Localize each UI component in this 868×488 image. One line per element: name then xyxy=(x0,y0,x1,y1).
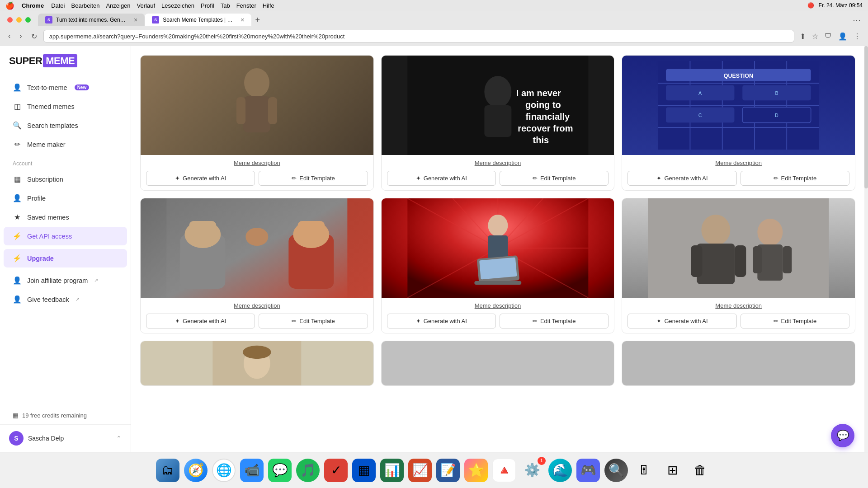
dock-spaces[interactable]: ⊞ xyxy=(660,459,684,482)
trello-icon: ▦ xyxy=(358,463,370,478)
share-icon[interactable]: ⬆ xyxy=(798,30,807,42)
menu-profil[interactable]: Profil xyxy=(201,2,214,9)
dock-browser-2[interactable]: 🌊 xyxy=(548,459,572,482)
dock-system-prefs[interactable]: ⚙️ 1 xyxy=(520,459,544,482)
menu-datei[interactable]: Datei xyxy=(51,2,65,9)
meme-image-partial-1 xyxy=(141,341,373,385)
dock-word[interactable]: 📝 xyxy=(436,459,460,482)
close-button[interactable] xyxy=(7,17,13,23)
url-bar[interactable]: app.supermeme.ai/search?query=Founders%2… xyxy=(43,30,794,42)
meme-desc-link-6[interactable]: Meme description xyxy=(627,302,849,309)
menu-hilfe[interactable]: Hilfe xyxy=(263,2,274,9)
edit-btn-2[interactable]: ✏ Edit Template xyxy=(500,171,609,186)
dock-chrome[interactable]: 🌐 xyxy=(212,459,236,482)
svg-text:B: B xyxy=(775,90,778,96)
menu-verlauf[interactable]: Verlauf xyxy=(137,2,155,9)
edit-btn-5[interactable]: ✏ Edit Template xyxy=(500,314,609,328)
scrollbar[interactable] xyxy=(864,46,868,452)
meme-card-partial-2 xyxy=(381,341,615,386)
dock-soundbar[interactable]: 🎚 xyxy=(632,459,656,482)
dock-safari[interactable]: 🧭 xyxy=(184,459,208,482)
sidebar-item-affiliate[interactable]: 👤 Join affiliate program ↗ xyxy=(4,271,127,290)
dock-whatsapp[interactable]: 💬 xyxy=(268,459,292,482)
back-button[interactable]: ‹ xyxy=(5,30,13,42)
new-tab-button[interactable]: + xyxy=(251,14,264,26)
dock-spotify[interactable]: 🎵 xyxy=(296,459,320,482)
fullscreen-button[interactable] xyxy=(25,17,31,23)
logo: SUPERMEME xyxy=(0,55,131,78)
dock-notchmeister[interactable]: ⭐ xyxy=(464,459,488,482)
discord-icon: 🎮 xyxy=(580,463,596,478)
minimize-button[interactable] xyxy=(16,17,22,23)
sidebar-item-feedback[interactable]: 👤 Give feedback ↗ xyxy=(4,290,127,309)
generate-btn-5[interactable]: ✦ Generate with AI xyxy=(387,314,496,328)
sidebar-item-subscription[interactable]: ▦ Subscription xyxy=(4,170,127,188)
edit-btn-4[interactable]: ✏ Edit Template xyxy=(259,314,368,328)
menu-anzeigen[interactable]: Anzeigen xyxy=(106,2,130,9)
browser-tab-2[interactable]: S Search Meme Templates | Sup... × xyxy=(145,14,251,26)
text-to-meme-icon: 👤 xyxy=(13,83,22,92)
generate-btn-3[interactable]: ✦ Generate with AI xyxy=(627,171,736,186)
forward-button[interactable]: › xyxy=(17,30,24,42)
reload-button[interactable]: ↻ xyxy=(28,30,40,42)
edit-btn-3[interactable]: ✏ Edit Template xyxy=(741,171,849,186)
tab-close-2[interactable]: × xyxy=(241,16,244,23)
sidebar-item-saved-memes[interactable]: ★ Saved memes xyxy=(4,208,127,226)
dock-quicksilver[interactable]: 🔍 xyxy=(604,459,628,482)
edit-icon-2: ✏ xyxy=(533,175,538,182)
dock-drive[interactable]: 🔺 xyxy=(492,459,516,482)
profile-icon[interactable]: 👤 xyxy=(836,30,849,42)
tab-bar-right[interactable]: ⋯ xyxy=(849,15,864,25)
generate-btn-4[interactable]: ✦ Generate with AI xyxy=(146,314,255,328)
sidebar-item-meme-maker[interactable]: ✏ Meme maker xyxy=(4,135,127,154)
sidebar-item-upgrade[interactable]: ⚡ Upgrade xyxy=(4,249,127,267)
api-icon: ⚡ xyxy=(13,232,22,240)
tab-close-1[interactable]: × xyxy=(134,16,137,23)
quicksilver-icon: 🔍 xyxy=(609,463,624,478)
edit-btn-6[interactable]: ✏ Edit Template xyxy=(741,314,849,328)
chat-button[interactable]: 💬 xyxy=(831,424,854,447)
dock-finder[interactable]: 🗂 xyxy=(156,459,179,482)
menu-lesezeichen[interactable]: Lesezeichen xyxy=(161,2,194,9)
scrollbar-thumb[interactable] xyxy=(864,46,868,188)
dock-excel[interactable]: 📊 xyxy=(380,459,404,482)
sidebar-item-themed-memes[interactable]: ◫ Themed memes xyxy=(4,97,127,116)
edit-btn-1[interactable]: ✏ Edit Template xyxy=(259,171,368,186)
generate-label-6: Generate with AI xyxy=(664,318,708,324)
meme-card-1: Meme description ✦ Generate with AI ✏ Ed… xyxy=(140,55,374,191)
apple-menu[interactable]: 🍎 xyxy=(5,1,14,10)
browser-tab-1[interactable]: S Turn text into memes. Genera... × xyxy=(38,14,145,26)
profile-sidebar-icon: 👤 xyxy=(13,194,22,202)
extensions-icon[interactable]: 🛡 xyxy=(823,30,834,42)
generate-btn-6[interactable]: ✦ Generate with AI xyxy=(627,314,736,328)
menu-bearbeiten[interactable]: Bearbeiten xyxy=(71,2,99,9)
svg-point-47 xyxy=(488,215,508,236)
generate-btn-2[interactable]: ✦ Generate with AI xyxy=(387,171,496,186)
dock-zoom[interactable]: 📹 xyxy=(240,459,264,482)
menu-fenster[interactable]: Fenster xyxy=(236,2,256,9)
sidebar-item-profile[interactable]: 👤 Profile xyxy=(4,189,127,207)
sidebar-item-text-to-meme[interactable]: 👤 Text-to-meme New xyxy=(4,78,127,97)
sidebar-label-saved-memes: Saved memes xyxy=(27,214,69,221)
meme-desc-link-4[interactable]: Meme description xyxy=(146,302,368,309)
meme-desc-link-2[interactable]: Meme description xyxy=(387,160,609,166)
meme-desc-link-3[interactable]: Meme description xyxy=(627,160,849,166)
bookmark-icon[interactable]: ☆ xyxy=(810,30,820,42)
dock-trash[interactable]: 🗑 xyxy=(689,459,712,482)
generate-btn-1[interactable]: ✦ Generate with AI xyxy=(146,171,255,186)
sidebar-item-get-api[interactable]: ⚡ Get API access xyxy=(4,227,127,245)
meme-desc-link-1[interactable]: Meme description xyxy=(146,160,368,166)
menu-dots-icon[interactable]: ⋮ xyxy=(852,30,863,42)
app-name[interactable]: Chrome xyxy=(22,2,44,9)
menu-tab[interactable]: Tab xyxy=(221,2,230,9)
meme-card-partial-3 xyxy=(622,341,855,386)
sidebar-item-search-templates[interactable]: 🔍 Search templates xyxy=(4,116,127,135)
edit-label-6: Edit Template xyxy=(781,318,817,324)
dock-todoist[interactable]: ✓ xyxy=(324,459,348,482)
dock-powerpoint[interactable]: 📈 xyxy=(408,459,432,482)
dock-trello[interactable]: ▦ xyxy=(352,459,376,482)
user-row[interactable]: S Sascha Delp ⌃ xyxy=(0,424,131,452)
user-chevron-icon[interactable]: ⌃ xyxy=(116,435,122,442)
dock-discord[interactable]: 🎮 xyxy=(576,459,600,482)
meme-desc-link-5[interactable]: Meme description xyxy=(387,302,609,309)
